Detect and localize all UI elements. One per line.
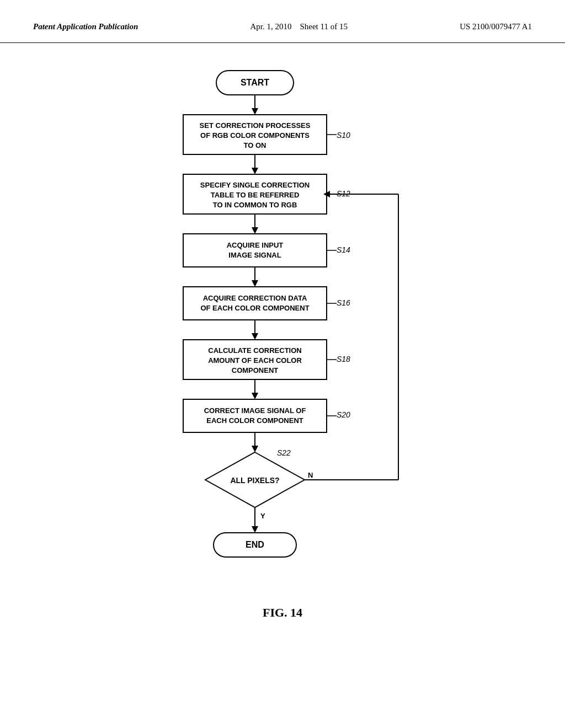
svg-text:AMOUNT OF EACH COLOR: AMOUNT OF EACH COLOR [208,356,302,365]
publication-title: Patent Application Publication [33,22,138,31]
svg-text:S18: S18 [337,355,350,363]
svg-text:OF EACH COLOR COMPONENT: OF EACH COLOR COMPONENT [200,304,309,312]
svg-rect-26 [183,287,327,320]
svg-text:N: N [308,471,313,479]
svg-marker-18 [252,227,258,234]
svg-text:S10: S10 [337,131,350,140]
publication-date: Apr. 1, 2010 [250,22,291,31]
svg-text:SPECIFY SINGLE CORRECTION: SPECIFY SINGLE CORRECTION [200,181,310,189]
svg-text:ACQUIRE INPUT: ACQUIRE INPUT [227,241,284,249]
svg-text:OF RGB COLOR COMPONENTS: OF RGB COLOR COMPONENTS [200,131,310,140]
svg-text:IMAGE SIGNAL: IMAGE SIGNAL [228,251,281,259]
svg-text:CORRECT IMAGE SIGNAL OF: CORRECT IMAGE SIGNAL OF [204,406,306,415]
svg-marker-47 [252,446,258,452]
svg-marker-53 [252,526,258,533]
svg-text:CALCULATE CORRECTION: CALCULATE CORRECTION [208,346,301,355]
svg-text:S16: S16 [337,298,350,307]
svg-text:S20: S20 [337,410,350,419]
svg-marker-32 [252,333,258,340]
svg-marker-10 [252,168,258,174]
patent-number: US 2100/0079477 A1 [460,22,532,31]
main-content: START SET CORRECTION PROCESSES OF RGB CO… [0,43,565,620]
svg-text:S22: S22 [277,448,291,457]
figure-caption: FIG. 14 [263,606,302,620]
svg-text:TABLE TO BE REFERRED: TABLE TO BE REFERRED [211,191,300,199]
page-header: Patent Application Publication Apr. 1, 2… [0,0,565,43]
svg-text:TO ON: TO ON [244,141,266,149]
svg-text:END: END [246,540,264,549]
svg-rect-19 [183,234,327,267]
svg-text:COMPONENT: COMPONENT [232,366,279,374]
svg-text:TO IN COMMON TO RGB: TO IN COMMON TO RGB [213,201,297,209]
svg-text:SET CORRECTION PROCESSES: SET CORRECTION PROCESSES [200,121,311,130]
svg-rect-41 [183,399,327,432]
svg-text:Y: Y [260,512,265,520]
svg-text:S14: S14 [337,245,350,254]
svg-marker-25 [252,280,258,287]
sheet-number: Sheet 11 of 15 [300,22,348,31]
svg-text:ALL PIXELS?: ALL PIXELS? [230,476,279,485]
header-date-sheet: Apr. 1, 2010 Sheet 11 of 15 [250,22,348,31]
svg-text:ACQUIRE CORRECTION DATA: ACQUIRE CORRECTION DATA [203,294,307,302]
flowchart-diagram: START SET CORRECTION PROCESSES OF RGB CO… [89,60,476,584]
start-label: START [241,78,269,87]
svg-marker-2 [252,108,258,115]
svg-text:EACH COLOR COMPONENT: EACH COLOR COMPONENT [206,416,303,425]
svg-marker-40 [252,393,258,399]
